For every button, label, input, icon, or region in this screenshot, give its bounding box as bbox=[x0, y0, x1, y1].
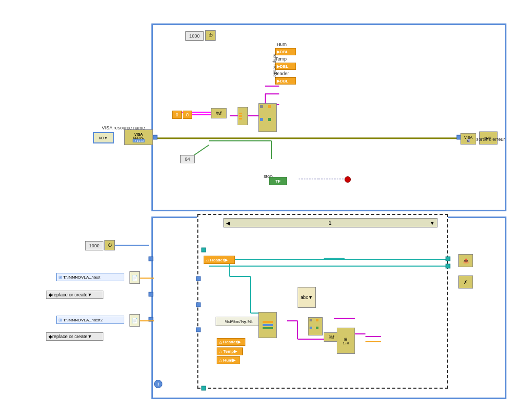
visa-block-top: VISA SERIAL R 1313 bbox=[124, 129, 153, 145]
output-block-bottom: ✗ bbox=[458, 275, 473, 289]
file-path-1[interactable]: ⊞ T:\INNNOVLA...\test bbox=[56, 273, 124, 281]
format-f-box-top: %f bbox=[211, 108, 227, 118]
temp-label-loop: Temp▶ bbox=[217, 347, 243, 355]
stop-circle bbox=[345, 176, 351, 183]
temp-header-text: Temp Header bbox=[273, 53, 277, 78]
hum-label-loop: Hum▶ bbox=[217, 356, 240, 364]
file-icon-1: 📄 bbox=[129, 271, 140, 284]
replace-create-1[interactable]: ◆ replace or create ▼ bbox=[46, 291, 103, 299]
bundle-bottom bbox=[258, 312, 277, 338]
top-outer-frame bbox=[151, 23, 506, 211]
header-label-loop: Header▶ bbox=[217, 338, 245, 346]
format-cluster-top bbox=[258, 103, 277, 132]
visa-resource-input[interactable]: I/O▼ bbox=[93, 132, 114, 143]
string-indicator: abc▼ bbox=[298, 287, 316, 308]
timer-icon-top: ⏱ bbox=[205, 30, 216, 41]
canvas: 1000 ⏱ Hum ▶DBL Temp ▶DBL Header ▶DBL 0 … bbox=[0, 0, 532, 420]
bundle-top bbox=[238, 107, 248, 125]
visa-out-block: VISA C bbox=[460, 133, 476, 145]
sortie-erreur-label: sortie d'erreur bbox=[476, 137, 505, 142]
hum-label: Hum bbox=[277, 42, 287, 47]
num-64[interactable]: 64 bbox=[180, 155, 195, 163]
file-path-2[interactable]: ⊞ T:\INNNOVLA...\test2 bbox=[56, 316, 124, 324]
header-label-bottom: Header▶ bbox=[204, 256, 235, 264]
date-format-box: %d/%m/%y-%l: bbox=[216, 317, 263, 326]
file-icon-2: 📄 bbox=[129, 314, 140, 327]
output-block-top: 📤 bbox=[458, 254, 473, 267]
timer-value-bottom[interactable]: 1000 bbox=[85, 241, 103, 250]
selector-header[interactable]: ◀ 1 ▼ bbox=[223, 218, 438, 227]
header-dbl: ▶DBL bbox=[275, 77, 296, 85]
replace-create-2[interactable]: ◆ replace or create ▼ bbox=[46, 332, 103, 341]
zero-box-1[interactable]: 0 bbox=[172, 111, 182, 119]
format-cluster-bottom bbox=[308, 317, 323, 335]
timer-value-top[interactable]: 1000 bbox=[185, 31, 204, 41]
write-block-bottom: ⊞ 1:n0 bbox=[337, 328, 355, 354]
timer-icon-bottom: ⏱ bbox=[104, 240, 115, 250]
zero-box-2[interactable]: 0 bbox=[183, 111, 192, 119]
temp-dbl: ▶DBL bbox=[275, 63, 296, 70]
hum-dbl: ▶DBL bbox=[275, 48, 296, 55]
info-icon: i bbox=[154, 380, 162, 388]
stop-tf[interactable]: TF bbox=[269, 177, 287, 185]
